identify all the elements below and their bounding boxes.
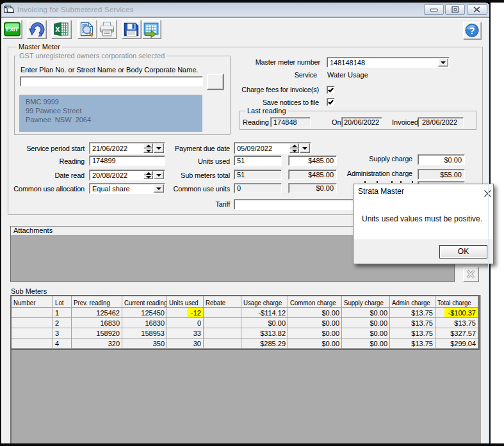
svg-text:X: X <box>55 26 60 33</box>
svg-text:EXIT: EXIT <box>6 26 19 33</box>
svg-text:?: ? <box>469 25 475 36</box>
